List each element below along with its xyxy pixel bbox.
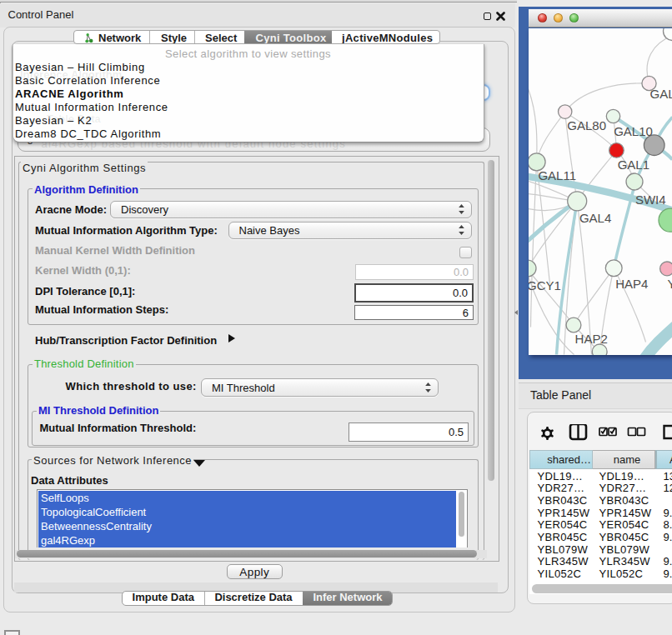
svg-text:GAL80: GAL80: [567, 118, 606, 132]
svg-text:GAL11: GAL11: [538, 168, 576, 182]
svg-text:GAL4: GAL4: [579, 210, 610, 224]
svg-text:HAP2: HAP2: [574, 332, 607, 346]
svg-text:GAL7: GAL7: [649, 86, 672, 100]
svg-text:GAL10: GAL10: [614, 123, 653, 138]
svg-text:SWI4: SWI4: [634, 192, 665, 206]
svg-text:HAP4: HAP4: [615, 276, 648, 290]
svg-text:GCY1: GCY1: [529, 278, 561, 292]
svg-text:GAL1: GAL1: [617, 157, 649, 171]
svg-text:YMR: YMR: [667, 276, 672, 290]
